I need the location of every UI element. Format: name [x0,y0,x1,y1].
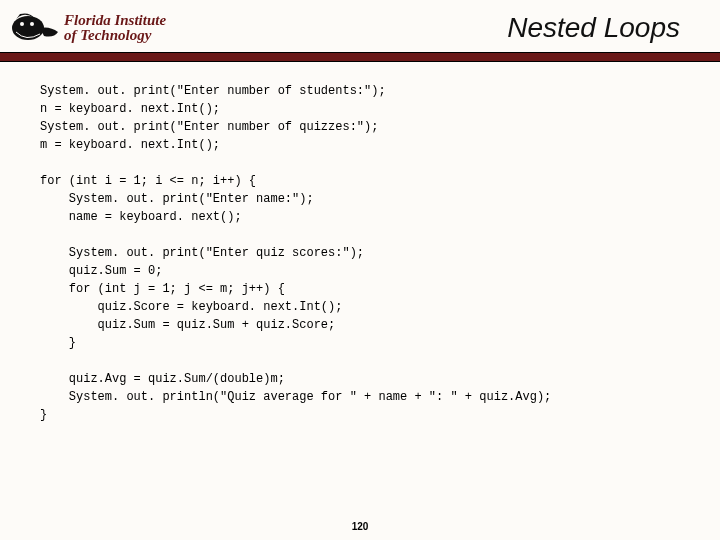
code-block: System. out. print("Enter number of stud… [0,62,720,424]
institution-name: Florida Institute of Technology [64,13,166,43]
code-line: System. out. print("Enter quiz scores:")… [40,246,364,260]
slide-header: Florida Institute of Technology Nested L… [0,0,720,52]
svg-point-1 [20,22,24,26]
slide-title: Nested Loops [507,12,700,44]
svg-point-0 [12,16,44,40]
institution-logo: Florida Institute of Technology [10,8,166,48]
code-line: System. out. print("Enter number of stud… [40,84,386,98]
page-number: 120 [0,521,720,532]
code-line: m = keyboard. next.Int(); [40,138,220,152]
code-line: System. out. print("Enter name:"); [40,192,314,206]
code-line: quiz.Sum = 0; [40,264,162,278]
code-line: for (int j = 1; j <= m; j++) { [40,282,285,296]
code-line: quiz.Score = keyboard. next.Int(); [40,300,342,314]
org-line-1: Florida Institute [64,13,166,28]
code-line: name = keyboard. next(); [40,210,242,224]
code-line: } [40,408,47,422]
panther-icon [10,8,60,48]
code-line: System. out. print("Enter number of quiz… [40,120,378,134]
svg-point-2 [30,22,34,26]
org-line-2: of Technology [64,28,166,43]
code-line: for (int i = 1; i <= n; i++) { [40,174,256,188]
code-line: } [40,336,76,350]
code-line: n = keyboard. next.Int(); [40,102,220,116]
code-line: quiz.Sum = quiz.Sum + quiz.Score; [40,318,335,332]
code-line: System. out. println("Quiz average for "… [40,390,551,404]
code-line: quiz.Avg = quiz.Sum/(double)m; [40,372,285,386]
header-divider [0,52,720,62]
